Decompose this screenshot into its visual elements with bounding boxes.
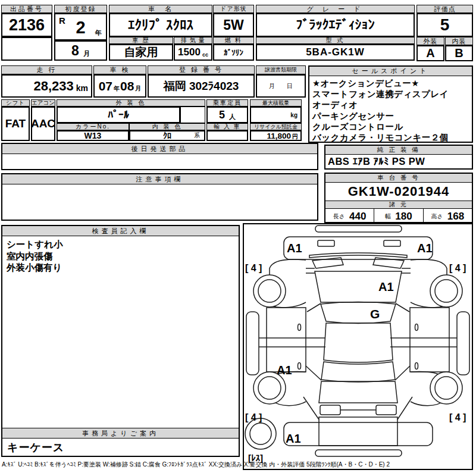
spec-length-cell: 長さ 440: [325, 209, 374, 224]
exterior-grade-header: 外装: [416, 37, 444, 45]
legend-text: A:ｷｽﾞ U:ﾍｺﾐ B:ｷｽﾞを伴うﾍｺﾐ P:要塗装 W:補修跡 S:錆 …: [2, 461, 475, 469]
car-outline: [245, 226, 469, 456]
diagram-label-glass: G: [370, 307, 380, 321]
door-shape-value: 5W: [213, 13, 254, 37]
spec-length-value: 440: [349, 211, 366, 223]
sales-point-box: セールスポイント ★オークションデビュー★ スマートフォン連携ディスプレイ オー…: [308, 65, 473, 143]
car-name-header: 車 名: [109, 5, 212, 13]
displacement-header: 排 気 量: [174, 37, 212, 44]
auction-no-header: 出品番号: [1, 5, 52, 13]
interior-grade-value: B: [445, 45, 473, 61]
shaken-header: 車 検: [93, 65, 146, 74]
first-reg-header: 初度登録: [54, 5, 107, 13]
specs-header: 諸 元: [325, 201, 472, 209]
specs-row: 長さ 440 幅 180 高さ 168: [325, 209, 472, 224]
reg-no-value: 福岡 302ﾗ4023: [148, 74, 255, 98]
ac-value: AAC: [31, 107, 55, 141]
payload-header: 最大積載量: [250, 99, 302, 107]
sales-point-header: セールスポイント: [309, 67, 472, 76]
int-color-value-cell: ｸﾛ 系: [129, 130, 205, 141]
office-header: 事務局よりご案内: [2, 428, 239, 439]
ext-color-header: 外 装 色: [57, 99, 205, 107]
notes-box: 注意事項欄: [1, 173, 318, 221]
fuel-value: ｶﾞｿﾘﾝ: [213, 44, 254, 61]
ext-color-value: ﾊﾟｰﾙ: [57, 107, 180, 123]
later-parts-box: 後日発送部品: [1, 143, 318, 170]
diagram-tire-rear-left: [ 4 ]: [245, 412, 262, 422]
first-reg-month-unit: 月: [83, 49, 90, 58]
spec-width-label: 幅: [385, 212, 391, 221]
inspector-lines: シートすれ小 室内内張傷 外装小傷有り: [2, 237, 239, 275]
recycle-unit: 円: [292, 133, 298, 141]
chassis-no-header: 車 台 番 号: [325, 174, 472, 183]
shaken-year: 07: [99, 79, 112, 93]
int-color-suffix: 系: [194, 131, 200, 140]
recycle-value: 11,800: [267, 131, 291, 140]
diagram-label-rear: A1: [286, 432, 301, 445]
payload-value-cell: kg: [250, 107, 302, 123]
diagram-tire-front-left: [ 4 ]: [245, 263, 262, 273]
history-value: 自家用: [109, 44, 173, 61]
mileage-value-cell: 28,233 km: [1, 74, 92, 98]
displacement-value: 1500: [178, 46, 201, 58]
chassis-specs-box: 車 台 番 号 GK1W-0201944 諸 元 長さ 440 幅 180 高さ…: [324, 173, 473, 223]
shift-value: FAT: [1, 107, 30, 141]
sales-point-line: オーディオ: [312, 99, 469, 110]
diagram-tire-rear-right: [ 4 ]: [449, 412, 466, 422]
color-no-value: W13: [57, 130, 129, 141]
diagram-label-front-left: A1: [287, 242, 302, 255]
car-diagram-box: A1 A1 A1 G A1 A1 [ 4 ] [ 4 ] [ 4 ] [ 4 ]…: [243, 223, 473, 470]
shaken-month-unit: 月: [135, 84, 141, 93]
color-no-header: カラーNo.: [57, 123, 129, 130]
history-header: 車 歴: [109, 37, 173, 44]
interior-grade-header: 内装: [445, 37, 473, 45]
fuel-header: 燃 料: [213, 37, 254, 44]
displacement-value-cell: 1500 cc: [174, 44, 212, 61]
genuine-equipment-box: 純 正 装 備 ABS ｴｱB ｱﾙﾐ PS PW: [324, 145, 473, 170]
inspector-line: 室内内張傷: [7, 250, 234, 262]
first-reg-year-unit: 年: [95, 29, 102, 37]
diagram-label-side-left: A1: [277, 364, 292, 377]
sales-point-line: バックカメラ・リモコンキー２個: [312, 132, 469, 143]
spec-height-cell: 高さ 168: [424, 209, 472, 224]
recycle-header: リサイクル預託金: [250, 123, 302, 130]
diagram-tire-front-right: [ 4 ]: [449, 263, 466, 273]
first-reg-year-cell: R 2 年: [54, 13, 107, 40]
car-name-value: ｴｸﾘﾌﾟ ｽｸﾛｽ: [109, 13, 212, 37]
diagram-label-front-right: A1: [417, 242, 433, 255]
auction-no-empty-cell: [1, 37, 52, 61]
notes-header: 注意事項欄: [2, 174, 317, 184]
ac-header: エアコン: [31, 99, 55, 107]
first-reg-month-cell: 8 月: [54, 40, 107, 61]
score-value: 5: [416, 13, 473, 37]
transfer-deadline-header: 譲渡書類期限: [256, 65, 306, 74]
shaken-month: 08: [120, 79, 134, 93]
import-value-cell: [206, 130, 248, 141]
spec-width-value: 180: [395, 211, 412, 223]
mileage-unit: km: [76, 83, 88, 93]
model-code-header: 型 式: [256, 37, 415, 44]
genuine-equipment-value: ABS ｴｱB ｱﾙﾐ PS PW: [325, 155, 472, 168]
grade-header: グ レ ー ド: [256, 5, 415, 13]
sales-point-line: パーキングセンサー: [312, 111, 469, 121]
capacity-value: 5: [219, 109, 225, 121]
spec-length-label: 長さ: [333, 212, 345, 221]
spec-height-label: 高さ: [431, 212, 443, 221]
grade-value: ﾌﾞﾗｯｸｴﾃﾞｨｼｮﾝ: [256, 13, 415, 37]
door-shape-header: ドア形状: [213, 5, 254, 13]
sales-point-line: クルーズコントロール: [312, 121, 469, 132]
import-header: 輸 入 車: [206, 123, 248, 130]
office-note: キーケース: [7, 440, 64, 455]
spec-width-cell: 幅 180: [374, 209, 423, 224]
int-color-value: ｸﾛ: [163, 131, 171, 140]
car-damage-diagram: A1 A1 A1 G A1 A1 [ 4 ] [ 4 ] [ 4 ] [ 4 ]…: [244, 224, 472, 469]
auction-no-value: 2136: [1, 13, 52, 37]
capacity-unit: 人: [229, 112, 236, 121]
first-reg-era: R: [59, 15, 65, 26]
auction-sheet: { "top": { "auction_no_label": "出品番号", "…: [0, 0, 476, 476]
spec-height-value: 168: [447, 211, 464, 223]
inspector-box: 検査員記入欄 シートすれ小 室内内張傷 外装小傷有り 事務局よりご案内 キーケー…: [1, 225, 240, 457]
mileage-value: 28,233: [33, 79, 73, 94]
first-reg-month: 8: [71, 43, 79, 59]
diagram-label-hood: A1: [378, 280, 394, 293]
